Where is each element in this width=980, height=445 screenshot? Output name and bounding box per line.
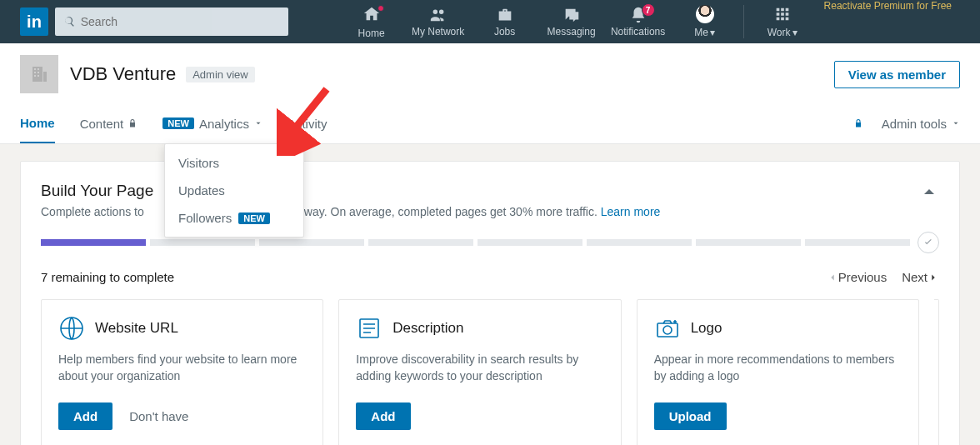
chevron-right-icon bbox=[928, 272, 939, 283]
pager-next-label: Next bbox=[902, 270, 928, 284]
add-button[interactable]: Add bbox=[58, 402, 112, 430]
collapse-button[interactable] bbox=[919, 182, 939, 202]
remaining-count: 7 remaining to complete bbox=[41, 270, 174, 284]
building-icon bbox=[29, 64, 49, 84]
progress-segment bbox=[259, 239, 364, 246]
lock-icon bbox=[128, 118, 138, 128]
card-website-url: Website URL Help members find your websi… bbox=[41, 299, 323, 445]
dropdown-item-followers-label: Followers bbox=[178, 211, 232, 225]
nav-messaging-label: Messaging bbox=[548, 26, 596, 38]
nav-notifications[interactable]: 7 Notifications bbox=[605, 0, 672, 43]
people-icon bbox=[429, 6, 448, 24]
card-description: Description Improve discoverability in s… bbox=[338, 299, 621, 445]
tab-activity[interactable]: Activity bbox=[288, 103, 328, 143]
tab-home[interactable]: Home bbox=[20, 103, 55, 143]
card-desc: Appear in more recommendations to member… bbox=[654, 352, 902, 384]
progress-segment bbox=[805, 239, 910, 246]
global-nav: in Home My Network Jobs Messaging 7 Noti bbox=[0, 0, 980, 43]
upload-button[interactable]: Upload bbox=[654, 402, 727, 430]
progress-segment bbox=[368, 239, 473, 246]
lock-icon bbox=[853, 118, 863, 128]
nav-me-label: Me▾ bbox=[694, 25, 715, 38]
card-pager: Previous Next bbox=[827, 270, 939, 284]
build-page-panel: Build Your Page Complete actions to xxxx… bbox=[20, 161, 960, 445]
check-icon bbox=[922, 237, 934, 248]
page-header: VDB Venture Admin view View as member bbox=[20, 43, 960, 103]
company-logo-placeholder bbox=[20, 55, 58, 93]
nav-me[interactable]: Me▾ bbox=[672, 0, 738, 43]
tab-analytics-label: Analytics bbox=[199, 117, 249, 131]
add-button[interactable]: Add bbox=[356, 402, 410, 430]
notifications-badge: 7 bbox=[642, 3, 655, 17]
svg-point-3 bbox=[663, 326, 672, 334]
nav-separator bbox=[743, 5, 744, 38]
nav-notifications-label: Notifications bbox=[611, 26, 665, 38]
build-subtext: Complete actions to xxxxxxxxxxxxxxxxxxxx… bbox=[41, 205, 660, 218]
chevron-left-icon bbox=[827, 272, 838, 283]
tab-content-label: Content bbox=[80, 117, 124, 131]
nav-messaging[interactable]: Messaging bbox=[538, 0, 605, 43]
nav-network-label: My Network bbox=[412, 26, 464, 38]
progress-segment bbox=[696, 239, 801, 246]
search-icon bbox=[63, 15, 76, 28]
home-notification-dot bbox=[378, 5, 384, 12]
new-badge: NEW bbox=[238, 212, 270, 224]
progress-segment bbox=[478, 239, 582, 246]
card-title: Description bbox=[392, 320, 463, 337]
new-badge: NEW bbox=[162, 118, 194, 129]
progress-complete-icon bbox=[918, 232, 939, 253]
avatar bbox=[696, 5, 714, 23]
nav-work-label: Work▾ bbox=[768, 25, 798, 38]
card-desc: Improve discoverability in search result… bbox=[356, 352, 603, 384]
dont-have-button[interactable]: Don't have bbox=[129, 409, 188, 423]
card-title: Logo bbox=[691, 320, 722, 337]
pager-next[interactable]: Next bbox=[902, 270, 939, 284]
nav-jobs[interactable]: Jobs bbox=[472, 0, 538, 43]
admin-view-badge: Admin view bbox=[186, 67, 254, 82]
document-icon bbox=[356, 315, 382, 342]
apps-icon bbox=[773, 5, 792, 23]
next-card-peek bbox=[934, 299, 939, 445]
page-tabs: Home Content NEW Analytics Activity Admi… bbox=[20, 103, 960, 143]
page-title: VDB Venture bbox=[70, 63, 176, 85]
admin-tools-menu[interactable]: Admin tools bbox=[882, 117, 960, 131]
analytics-dropdown: Visitors Updates Followers NEW bbox=[164, 143, 304, 238]
search-input[interactable] bbox=[81, 15, 280, 28]
progress-segment bbox=[150, 239, 255, 246]
card-title: Website URL bbox=[95, 320, 178, 337]
card-logo: Logo Appear in more recommendations to m… bbox=[637, 299, 919, 445]
chevron-down-icon bbox=[952, 119, 960, 128]
tab-content[interactable]: Content bbox=[80, 103, 138, 143]
globe-icon bbox=[58, 315, 85, 342]
admin-tools-label: Admin tools bbox=[882, 117, 947, 131]
nav-work[interactable]: Work▾ bbox=[749, 0, 816, 43]
search-input-wrap[interactable] bbox=[55, 8, 288, 36]
linkedin-logo[interactable]: in bbox=[20, 8, 48, 36]
chevron-up-icon bbox=[919, 182, 939, 202]
progress-segment bbox=[587, 239, 692, 246]
learn-more-link[interactable]: Learn more bbox=[601, 205, 661, 218]
nav-home-label: Home bbox=[358, 28, 385, 39]
nav-jobs-label: Jobs bbox=[494, 26, 515, 38]
nav-home[interactable]: Home bbox=[338, 0, 405, 43]
pager-previous-label: Previous bbox=[838, 270, 887, 284]
dropdown-item-visitors[interactable]: Visitors bbox=[165, 149, 303, 177]
progress-segment bbox=[41, 239, 146, 246]
tab-analytics[interactable]: NEW Analytics bbox=[162, 103, 262, 143]
card-desc: Help members find your website to learn … bbox=[58, 352, 306, 384]
camera-icon bbox=[654, 315, 681, 342]
chevron-down-icon bbox=[254, 119, 262, 128]
chat-icon bbox=[562, 6, 581, 24]
nav-network[interactable]: My Network bbox=[405, 0, 472, 43]
build-heading: Build Your Page bbox=[41, 182, 660, 200]
view-as-member-button[interactable]: View as member bbox=[834, 61, 960, 88]
dropdown-item-followers[interactable]: Followers NEW bbox=[165, 204, 303, 232]
pager-previous[interactable]: Previous bbox=[827, 270, 887, 284]
briefcase-icon bbox=[496, 6, 514, 24]
premium-link[interactable]: Reactivate Premium for Free bbox=[816, 0, 960, 43]
dropdown-item-updates[interactable]: Updates bbox=[165, 177, 303, 204]
